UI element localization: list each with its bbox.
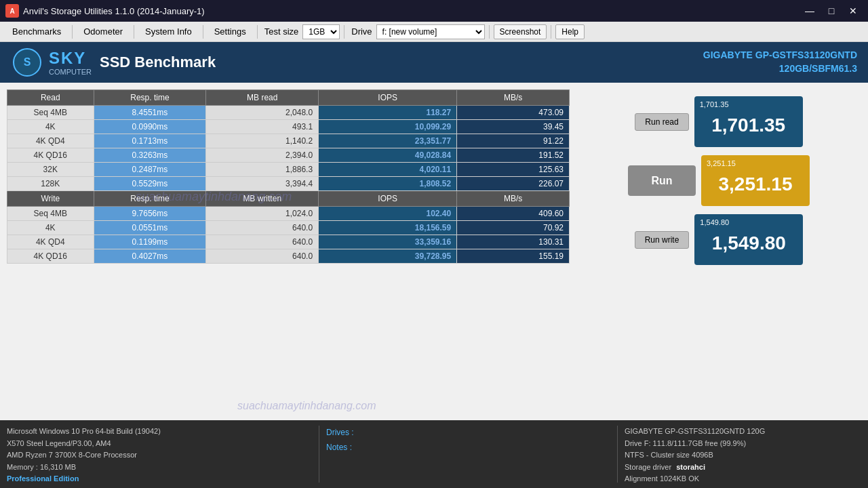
drive-fs: NTFS - Cluster size 4096B <box>625 449 861 462</box>
storage-driver-line: Storage driver storahci <box>625 462 861 474</box>
write-label-2: 4K QD4 <box>7 235 94 249</box>
read-row-3: 4K QD16 0.3263ms 2,394.0 49,028.84 191.5… <box>7 148 570 163</box>
write-mb-0: 1,024.0 <box>206 207 319 221</box>
menu-separator-2 <box>134 25 134 39</box>
drive-select[interactable]: f: [new volume] <box>376 24 485 39</box>
read-iops-3: 49,028.84 <box>319 148 457 163</box>
col-header-mbwritten: MB written <box>206 191 319 207</box>
header: S SKY COMPUTER SSD Benchmark GIGABYTE GP… <box>0 42 868 83</box>
write-mbs-2: 130.31 <box>457 235 570 249</box>
write-header: Write Resp. time MB written IOPS MB/s <box>7 191 570 207</box>
menu-odometer[interactable]: Odometer <box>77 24 130 39</box>
menu-settings[interactable]: Settings <box>208 24 253 39</box>
test-size-control: Test size 1GB 4GB <box>264 24 340 39</box>
titlebar: A Anvil's Storage Utilities 1.1.0 (2014-… <box>0 0 868 22</box>
benchmark-table: Read Resp. time MB read IOPS MB/s Seq 4M… <box>7 89 570 420</box>
read-resp-5: 0.5529ms <box>94 177 206 191</box>
read-mbs-2: 91.22 <box>457 134 570 148</box>
read-row-1: 4K 0.0990ms 493.1 10,099.29 39.45 <box>7 120 570 134</box>
alignment-info: Alignment 1024KB OK <box>625 473 861 485</box>
col-header-mbs: MB/s <box>457 90 570 106</box>
col-header-read: Read <box>7 90 94 106</box>
brand-block: SKY COMPUTER <box>49 49 92 76</box>
write-mb-1: 640.0 <box>206 221 319 235</box>
write-iops-0: 102.40 <box>319 207 457 221</box>
run-write-button[interactable]: Run write <box>635 231 690 249</box>
read-resp-4: 0.2487ms <box>94 163 206 177</box>
brand-name: SKY <box>49 49 92 68</box>
menu-separator-1 <box>72 25 73 39</box>
read-mbs-4: 125.63 <box>457 163 570 177</box>
maximize-button[interactable]: □ <box>822 1 841 20</box>
screenshot-button[interactable]: Screenshot <box>494 24 547 39</box>
read-mb-5: 3,394.4 <box>206 177 319 191</box>
storage-driver-value: storahci <box>676 463 705 471</box>
read-label-0: Seq 4MB <box>7 106 94 120</box>
read-iops-1: 10,099.29 <box>319 120 457 134</box>
write-resp-0: 9.7656ms <box>94 207 206 221</box>
drive-details: GIGABYTE GP-GSTFS31120GNTD 120G Drive F:… <box>617 426 861 483</box>
close-button[interactable]: ✕ <box>844 1 863 20</box>
write-resp-1: 0.0551ms <box>94 221 206 235</box>
drive-model: GIGABYTE GP-GSTFS31120GNTD 120G <box>625 426 861 438</box>
col-header-resptime-w: Resp. time <box>94 191 206 207</box>
read-label-2: 4K QD4 <box>7 134 94 148</box>
test-size-select[interactable]: 1GB 4GB <box>302 24 340 39</box>
run-button[interactable]: Run <box>628 165 696 196</box>
write-iops-1: 18,156.59 <box>319 221 457 235</box>
write-score-label: 1,549.80 <box>700 218 729 226</box>
write-row-2: 4K QD4 0.1199ms 640.0 33,359.16 130.31 <box>7 235 570 249</box>
write-row-3: 4K QD16 0.4027ms 640.0 39,728.95 155.19 <box>7 249 570 264</box>
read-mbs-3: 191.52 <box>457 148 570 163</box>
write-rows: Seq 4MB 9.7656ms 1,024.0 102.40 409.60 4… <box>7 207 570 264</box>
read-resp-2: 0.1713ms <box>94 134 206 148</box>
read-label-1: 4K <box>7 120 94 134</box>
write-label-3: 4K QD16 <box>7 249 94 264</box>
read-mbs-1: 39.45 <box>457 120 570 134</box>
notes-label: Notes : <box>326 441 610 455</box>
read-row-5: 128K 0.5529ms 3,394.4 1,808.52 226.07 <box>7 177 570 191</box>
minimize-button[interactable]: — <box>800 1 819 20</box>
drive-free: Drive F: 111.8/111.7GB free (99.9%) <box>625 438 861 450</box>
write-resp-3: 0.4027ms <box>94 249 206 264</box>
menu-separator-7 <box>551 25 551 39</box>
write-score-group: Run write 1,549.80 1,549.80 <box>635 214 804 265</box>
read-label-3: 4K QD16 <box>7 148 94 163</box>
read-label-4: 32K <box>7 163 94 177</box>
col-header-mbread: MB read <box>206 90 319 106</box>
help-button[interactable]: Help <box>555 24 585 39</box>
drive-label: Drive <box>351 26 372 37</box>
drives-notes: Drives : Notes : <box>319 426 610 483</box>
read-score-group: Run read 1,701.35 1,701.35 <box>635 96 802 147</box>
menu-separator-4 <box>257 25 258 39</box>
overall-score-group: Run 3,251.15 3,251.15 <box>628 155 810 206</box>
drive-control: Drive f: [new volume] <box>351 24 484 39</box>
menu-benchmarks[interactable]: Benchmarks <box>5 24 68 39</box>
write-mb-2: 640.0 <box>206 235 319 249</box>
sys-line4: Memory : 16,310 MB <box>7 462 312 474</box>
logo-svg: S <box>12 47 42 77</box>
read-mb-1: 493.1 <box>206 120 319 134</box>
menu-separator-6 <box>489 25 490 39</box>
test-size-label: Test size <box>264 26 299 37</box>
overall-score-box: 3,251.15 3,251.15 <box>701 155 810 206</box>
window-controls: — □ ✕ <box>800 1 863 20</box>
read-score-value: 1,701.35 <box>711 115 785 136</box>
write-label-0: Seq 4MB <box>7 207 94 221</box>
col-header-write: Write <box>7 191 94 207</box>
col-header-iops: IOPS <box>319 90 457 106</box>
read-mb-2: 1,140.2 <box>206 134 319 148</box>
sys-line3: AMD Ryzen 7 3700X 8-Core Processor <box>7 449 312 462</box>
run-read-button[interactable]: Run read <box>635 113 688 131</box>
logo-icon: S <box>11 46 43 79</box>
read-row-2: 4K QD4 0.1713ms 1,140.2 23,351.77 91.22 <box>7 134 570 148</box>
read-iops-0: 118.27 <box>319 106 457 120</box>
read-mbs-0: 473.09 <box>457 106 570 120</box>
read-row-4: 32K 0.2487ms 1,886.3 4,020.11 125.63 <box>7 163 570 177</box>
menu-system-info[interactable]: System Info <box>138 24 199 39</box>
app-icon: A <box>5 4 19 18</box>
main-content: Read Resp. time MB read IOPS MB/s Seq 4M… <box>0 83 868 420</box>
col-header-mbs-w: MB/s <box>457 191 570 207</box>
read-mbs-5: 226.07 <box>457 177 570 191</box>
menubar: Benchmarks Odometer System Info Settings… <box>0 22 868 42</box>
